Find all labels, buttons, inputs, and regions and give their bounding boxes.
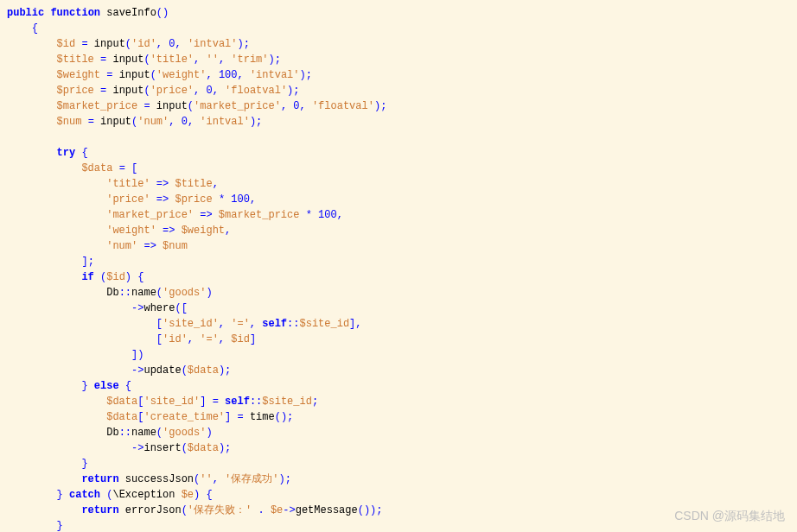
keyword-public: public	[7, 7, 44, 19]
keyword-function: function	[50, 7, 100, 19]
watermark: CSDN @源码集结地	[674, 507, 785, 525]
function-name: saveInfo	[106, 7, 156, 19]
code-block: public function saveInfo() { $id = input…	[7, 5, 790, 532]
